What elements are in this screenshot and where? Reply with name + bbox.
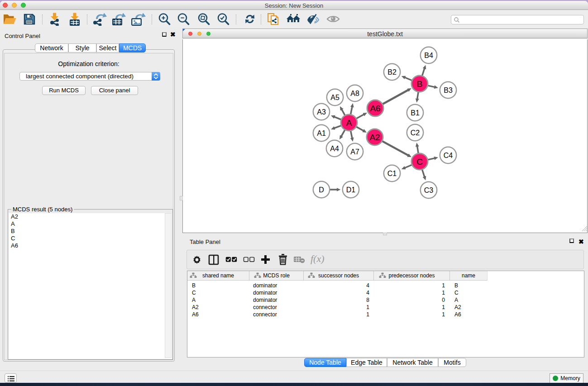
svg-text:C2: C2 (411, 129, 420, 137)
svg-text:C4: C4 (444, 152, 453, 159)
svg-text:B1: B1 (411, 109, 420, 117)
svg-text:A5: A5 (330, 94, 339, 101)
svg-text:A8: A8 (350, 90, 359, 97)
svg-text:A6: A6 (370, 104, 380, 113)
svg-text:B2: B2 (387, 68, 397, 76)
svg-text:B: B (417, 79, 423, 89)
svg-text:A4: A4 (330, 145, 339, 152)
svg-text:B3: B3 (444, 86, 453, 94)
svg-text:B4: B4 (424, 52, 433, 59)
svg-text:C3: C3 (424, 186, 434, 194)
svg-text:D1: D1 (346, 186, 356, 194)
svg-text:A7: A7 (350, 148, 359, 156)
svg-text:A2: A2 (369, 133, 380, 142)
svg-text:C1: C1 (387, 170, 397, 177)
svg-text:A: A (346, 118, 352, 128)
svg-text:A1: A1 (317, 129, 326, 137)
svg-text:D: D (319, 186, 324, 194)
svg-text:C: C (416, 157, 423, 167)
svg-text:A3: A3 (317, 108, 326, 116)
